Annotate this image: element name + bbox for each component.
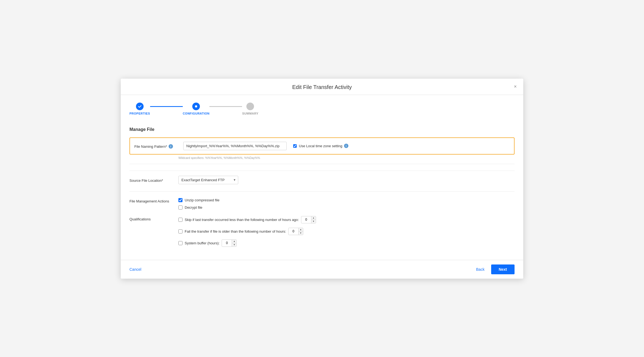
wildcard-hint: Wildcard specifiers: %%Year%%, %%Month%%… bbox=[178, 156, 515, 159]
buffer-spinbox: ▲ ▼ bbox=[222, 239, 237, 247]
step-label-summary: SUMMARY bbox=[242, 112, 258, 115]
modal-title: Edit File Transfer Activity bbox=[292, 84, 352, 90]
file-naming-input[interactable] bbox=[183, 142, 287, 150]
skip-transfer-spinbox-btns: ▲ ▼ bbox=[311, 216, 316, 223]
file-naming-info-icon[interactable]: i bbox=[169, 144, 173, 149]
qualifications-section: Qualifications Skip if last transfer occ… bbox=[129, 216, 515, 247]
timezone-checkbox[interactable] bbox=[293, 144, 297, 148]
decrypt-checkbox[interactable] bbox=[178, 205, 182, 210]
unzip-label: Unzip compressed file bbox=[185, 198, 219, 202]
skip-transfer-row: Skip if last transfer occurred less than… bbox=[178, 216, 316, 223]
source-file-select[interactable]: ExactTarget Enhanced FTP FTP SFTP bbox=[178, 176, 238, 184]
unzip-checkbox[interactable] bbox=[178, 198, 182, 202]
connector-2 bbox=[209, 106, 242, 107]
fail-transfer-spinbox-btns: ▲ ▼ bbox=[298, 228, 303, 235]
next-button[interactable]: Next bbox=[491, 264, 515, 274]
step-circle-configuration bbox=[192, 103, 200, 110]
skip-transfer-input[interactable] bbox=[301, 217, 311, 223]
stepper: PROPERTIES CONFIGURATION SUMMARY bbox=[121, 95, 523, 121]
skip-transfer-decrement[interactable]: ▼ bbox=[311, 220, 316, 223]
step-label-configuration: CONFIGURATION bbox=[183, 112, 210, 115]
source-file-select-wrapper: ExactTarget Enhanced FTP FTP SFTP ▼ bbox=[178, 176, 238, 184]
section-title: Manage File bbox=[129, 127, 515, 132]
unzip-checkbox-row: Unzip compressed file bbox=[178, 198, 219, 202]
footer-right: Back Next bbox=[473, 264, 515, 274]
back-button[interactable]: Back bbox=[473, 265, 488, 274]
step-properties: PROPERTIES bbox=[129, 103, 150, 115]
skip-transfer-checkbox[interactable] bbox=[178, 218, 182, 222]
modal-content: Manage File File Naming Pattern* i Use L… bbox=[121, 121, 523, 260]
file-management-label: File Management Actions bbox=[129, 198, 178, 210]
divider-1 bbox=[129, 164, 515, 164]
qualifications-checkboxes: Skip if last transfer occurred less than… bbox=[178, 216, 316, 247]
fail-transfer-row: Fail the transfer if file is older than … bbox=[178, 228, 316, 235]
buffer-checkbox[interactable] bbox=[178, 241, 182, 245]
qualifications-label: Qualifications bbox=[129, 216, 178, 247]
fail-transfer-input[interactable] bbox=[289, 228, 298, 234]
cancel-button[interactable]: Cancel bbox=[129, 265, 141, 274]
modal-footer: Cancel Back Next bbox=[121, 260, 523, 279]
connector-1 bbox=[150, 106, 183, 107]
file-naming-label: File Naming Pattern* i bbox=[134, 143, 183, 149]
buffer-row: System buffer (hours): ▲ ▼ bbox=[178, 239, 316, 247]
divider-2 bbox=[129, 191, 515, 192]
modal-container: Edit File Transfer Activity × PROPERTIES… bbox=[121, 79, 523, 279]
fail-transfer-checkbox[interactable] bbox=[178, 229, 182, 233]
skip-transfer-spinbox: ▲ ▼ bbox=[301, 216, 316, 223]
file-management-section: File Management Actions Unzip compressed… bbox=[129, 198, 515, 210]
skip-transfer-increment[interactable]: ▲ bbox=[311, 216, 316, 220]
step-label-properties: PROPERTIES bbox=[129, 112, 150, 115]
fail-transfer-decrement[interactable]: ▼ bbox=[299, 232, 303, 235]
modal-header: Edit File Transfer Activity × bbox=[121, 79, 523, 95]
source-file-location-group: Source File Location* ExactTarget Enhanc… bbox=[129, 171, 515, 189]
decrypt-label: Decrypt file bbox=[185, 205, 202, 210]
timezone-label: Use Local time zone setting i bbox=[299, 144, 348, 148]
fail-transfer-increment[interactable]: ▲ bbox=[299, 228, 303, 232]
buffer-label: System buffer (hours): bbox=[185, 241, 219, 245]
source-file-label: Source File Location* bbox=[129, 177, 178, 183]
svg-point-0 bbox=[195, 105, 197, 107]
step-configuration: CONFIGURATION bbox=[183, 103, 210, 115]
buffer-increment[interactable]: ▲ bbox=[232, 240, 236, 243]
timezone-checkbox-group: Use Local time zone setting i bbox=[293, 144, 348, 148]
skip-transfer-label: Skip if last transfer occurred less than… bbox=[185, 218, 299, 222]
decrypt-checkbox-row: Decrypt file bbox=[178, 205, 219, 210]
buffer-input[interactable] bbox=[222, 240, 232, 246]
fail-transfer-spinbox: ▲ ▼ bbox=[288, 228, 303, 235]
step-circle-properties bbox=[136, 103, 144, 110]
file-naming-pattern-group: File Naming Pattern* i Use Local time zo… bbox=[129, 137, 515, 155]
buffer-spinbox-btns: ▲ ▼ bbox=[232, 240, 236, 247]
fail-transfer-label: Fail the transfer if file is older than … bbox=[185, 229, 286, 233]
close-button[interactable]: × bbox=[513, 83, 518, 90]
step-circle-summary bbox=[246, 103, 254, 110]
timezone-info-icon[interactable]: i bbox=[344, 144, 348, 148]
step-summary: SUMMARY bbox=[242, 103, 258, 115]
buffer-decrement[interactable]: ▼ bbox=[232, 243, 236, 247]
file-management-checkboxes: Unzip compressed file Decrypt file bbox=[178, 198, 219, 210]
